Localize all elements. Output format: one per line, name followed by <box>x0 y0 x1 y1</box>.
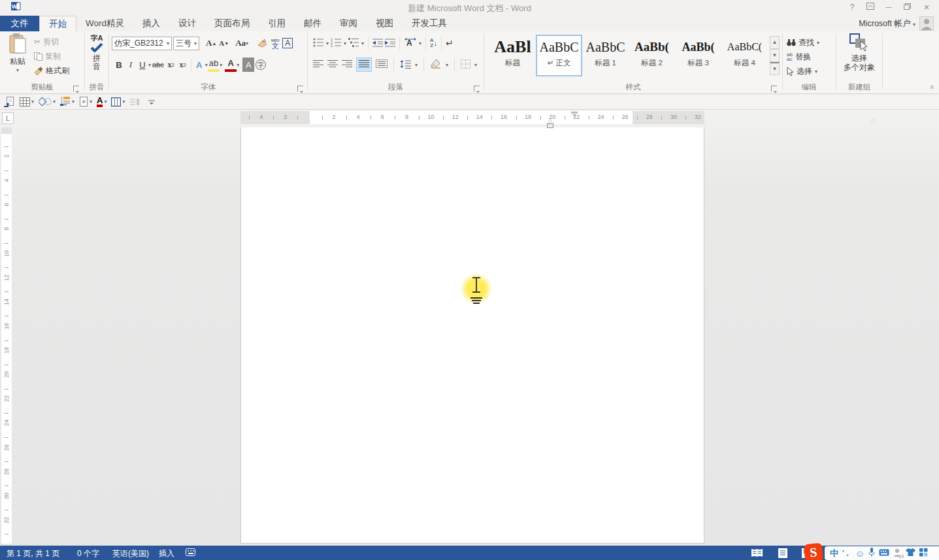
subscript-button[interactable]: x2 <box>165 58 177 72</box>
help-button[interactable]: ? <box>844 1 861 13</box>
print-layout-button[interactable] <box>773 546 793 560</box>
paragraph-dialog-launcher[interactable] <box>474 86 480 91</box>
left-indent-marker[interactable] <box>547 124 553 128</box>
enclose-characters-button[interactable]: 字 <box>254 58 267 72</box>
distribute-button[interactable] <box>376 59 387 70</box>
find-button[interactable]: 查找 ▾ <box>787 35 819 50</box>
asian-layout-button[interactable]: A <box>404 37 417 49</box>
change-case-button[interactable]: Aa▾ <box>234 36 250 50</box>
borders-dropdown-arrow[interactable]: ▾ <box>474 62 477 68</box>
highlight-button[interactable]: ab <box>208 58 220 72</box>
insert-page-button[interactable] <box>4 95 15 108</box>
replace-button[interactable]: ab ac 替换 <box>787 50 819 64</box>
numbering-button[interactable]: 123 <box>331 38 342 49</box>
language-indicator[interactable]: 英语(美国) <box>112 548 149 559</box>
sogou-ime-logo[interactable]: S <box>804 543 824 560</box>
asian-layout-dropdown-arrow[interactable]: ▾ <box>419 41 421 46</box>
microsoft-account-button[interactable]: Microsoft 帐户 ▾ <box>859 18 915 29</box>
styles-scroll-down-button[interactable]: ▼ <box>770 49 780 62</box>
select-multiple-objects-button[interactable]: 选择 多个对象 <box>839 33 880 72</box>
style-heading4[interactable]: AaBbC( 标题 4 <box>723 36 766 75</box>
toolbar-overflow-button[interactable] <box>148 95 155 108</box>
pinyin-button[interactable]: 字A 拼 音 <box>85 33 108 71</box>
style-heading1[interactable]: AaBbC 标题 1 <box>584 36 627 75</box>
clear-formatting-button[interactable]: A <box>256 36 269 50</box>
ribbon-display-options-button[interactable] <box>862 1 879 13</box>
read-mode-button[interactable] <box>747 546 766 560</box>
font-color-tool-button[interactable]: A▾ <box>97 95 107 108</box>
tab-design[interactable]: 设计 <box>169 16 205 31</box>
clipboard-dialog-launcher[interactable] <box>73 86 79 91</box>
strikethrough-button[interactable]: abc <box>151 58 165 72</box>
cut-button[interactable]: ✂ 剪切 <box>34 35 69 49</box>
ime-mode-chinese[interactable]: 中 <box>830 548 838 559</box>
macro-record-button[interactable] <box>186 548 195 559</box>
align-left-button[interactable] <box>313 59 323 70</box>
page-indicator[interactable]: 第 1 页, 共 1 页 <box>7 548 59 559</box>
tab-view[interactable]: 视图 <box>367 16 403 31</box>
styles-dialog-launcher[interactable] <box>771 86 777 91</box>
shading-button[interactable] <box>430 59 442 71</box>
tab-word-wizard[interactable]: Word精灵 <box>76 16 133 31</box>
font-color-button[interactable]: A <box>225 58 237 72</box>
shapes-tool-button[interactable]: ▾ <box>39 95 56 108</box>
italic-button[interactable]: I <box>125 58 137 72</box>
font-size-combobox[interactable]: 三号 ▾ <box>173 37 199 50</box>
tab-references[interactable]: 引用 <box>259 16 295 31</box>
tab-insert[interactable]: 插入 <box>133 16 169 31</box>
tab-home[interactable]: 开始 <box>39 16 76 31</box>
font-color-dropdown-arrow[interactable]: ▾ <box>237 62 239 68</box>
bullets-button[interactable] <box>313 38 324 49</box>
bullets-dropdown-arrow[interactable]: ▾ <box>326 41 329 46</box>
insert-mode-indicator[interactable]: 插入 <box>159 548 174 559</box>
document-page[interactable] <box>240 127 704 544</box>
style-normal[interactable]: AaBbC ↵ 正文 <box>537 36 581 75</box>
character-border-button[interactable]: A <box>281 36 294 50</box>
phonetic-guide-button[interactable]: wén 文 <box>269 36 281 50</box>
tab-review[interactable]: 审阅 <box>331 16 367 31</box>
shrink-font-button[interactable]: A▼ <box>218 36 230 50</box>
ime-toolbox-button[interactable] <box>919 548 928 559</box>
styles-scroll-up-button[interactable]: ▲ <box>770 36 780 49</box>
font-dialog-launcher[interactable] <box>297 86 303 91</box>
justify-button[interactable] <box>356 58 372 72</box>
grow-font-button[interactable]: A▲ <box>205 36 218 50</box>
multilevel-list-button[interactable] <box>348 38 359 49</box>
close-button[interactable]: × <box>918 1 935 13</box>
collapse-ribbon-button[interactable]: ˄ <box>930 84 934 91</box>
paste-button[interactable]: 粘贴 ▾ <box>3 33 33 73</box>
increase-indent-button[interactable] <box>385 38 395 49</box>
borders-button[interactable] <box>461 59 470 71</box>
decrease-indent-button[interactable] <box>372 38 383 49</box>
ime-mic-button[interactable] <box>868 548 875 559</box>
character-shading-button[interactable]: A <box>242 58 254 72</box>
style-title[interactable]: AaBl 标题 <box>491 36 535 75</box>
select-button[interactable]: 选择 ▾ <box>787 64 819 78</box>
borders-tool-button[interactable]: ▾ <box>111 95 125 108</box>
underline-button[interactable]: U <box>137 58 148 72</box>
bold-button[interactable]: B <box>113 58 125 72</box>
indent-tool-button[interactable]: ▾ <box>60 95 74 108</box>
copy-button[interactable]: 复制 <box>34 49 69 63</box>
right-indent-marker[interactable] <box>870 119 876 124</box>
style-heading3[interactable]: AaBb( 标题 3 <box>676 36 720 75</box>
sort-button[interactable]: A Z ↓ <box>430 38 437 48</box>
table-tool-button[interactable]: ▾ <box>20 95 34 108</box>
h-ruler[interactable]: 422468101214161820222426283032 <box>240 111 704 124</box>
page-number-tool-button[interactable]: #▾ <box>79 95 92 108</box>
minimize-button[interactable]: ─ <box>880 1 897 13</box>
font-name-combobox[interactable]: 仿宋_GB2312 ▾ <box>112 37 172 50</box>
avatar[interactable] <box>919 16 934 31</box>
tab-developer[interactable]: 开发工具 <box>403 16 456 31</box>
shading-dropdown-arrow[interactable]: ▾ <box>446 62 448 68</box>
paste-dropdown-arrow[interactable]: ▾ <box>3 67 33 73</box>
ime-keyboard-button[interactable] <box>879 549 889 558</box>
ime-login-button[interactable]: 13 <box>893 548 902 559</box>
ime-punctuation-button[interactable]: '， <box>842 548 851 558</box>
numbering-dropdown-arrow[interactable]: ▾ <box>344 41 346 46</box>
tab-page-layout[interactable]: 页面布局 <box>205 16 259 31</box>
line-spacing-button[interactable] <box>400 59 411 71</box>
word-count[interactable]: 0 个字 <box>77 548 99 559</box>
tab-mailings[interactable]: 邮件 <box>295 16 331 31</box>
highlight-dropdown-arrow[interactable]: ▾ <box>220 62 222 68</box>
